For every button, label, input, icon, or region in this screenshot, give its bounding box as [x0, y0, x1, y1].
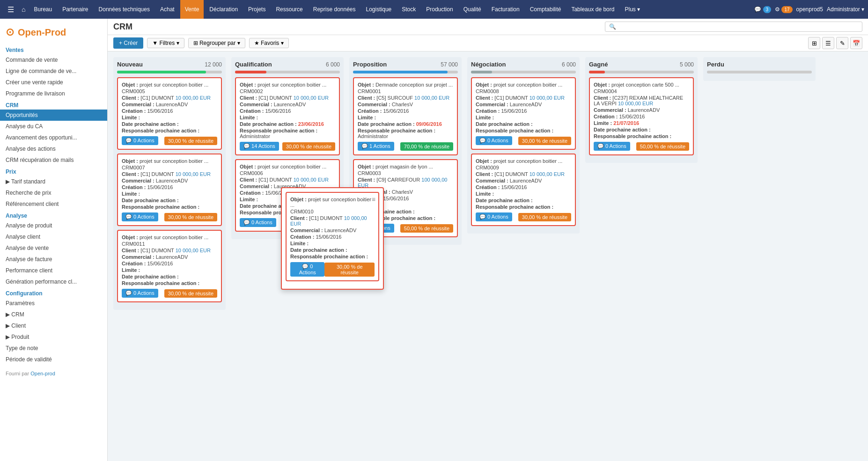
- progress-bar: [117, 71, 206, 73]
- sidebar-item-referencement-client[interactable]: Référencement client: [0, 198, 107, 210]
- create-button[interactable]: + Créer: [113, 37, 143, 49]
- nav-stock[interactable]: Stock: [397, 0, 420, 19]
- actions-button[interactable]: 💬 14 Actions: [240, 142, 279, 151]
- nav-donnees-techniques[interactable]: Données techniques: [94, 0, 154, 19]
- sidebar-item-analyse-produit[interactable]: Analyse de produit: [0, 220, 107, 231]
- actions-button[interactable]: 💬 0 Actions: [594, 142, 630, 151]
- card-field: Création : 15/06/2016: [476, 108, 571, 114]
- success-rate-button[interactable]: 30,00 % de réussite: [282, 142, 335, 151]
- actions-button[interactable]: 💬 0 Actions: [122, 136, 158, 145]
- nav-logistique[interactable]: Logistique: [361, 0, 397, 19]
- sidebar-item-opportunites[interactable]: Opportunités: [0, 110, 107, 121]
- list-view-button[interactable]: ☰: [822, 37, 834, 49]
- success-rate-button[interactable]: 30,00 % de réussite: [164, 213, 217, 221]
- nav-plus[interactable]: Plus ▾: [620, 0, 645, 19]
- group-by-button[interactable]: ⊞ Regrouper par ▾: [188, 38, 245, 48]
- nav-projets[interactable]: Projets: [243, 0, 270, 19]
- sidebar-item-config-produit[interactable]: ▶ Produit: [0, 331, 107, 343]
- nav-declaration[interactable]: Déclaration: [205, 0, 243, 19]
- nav-production[interactable]: Production: [421, 0, 457, 19]
- sidebar-item-tarif-standard[interactable]: ▶ Tarif standard: [0, 176, 107, 187]
- success-rate-button[interactable]: 30,00 % de réussite: [164, 137, 217, 145]
- settings-icon[interactable]: ⚙ 17: [775, 6, 792, 13]
- admin-label[interactable]: Administrator ▾: [827, 6, 864, 13]
- username-label[interactable]: openprod5: [796, 6, 823, 13]
- sidebar-item-avancement-opportuni[interactable]: Avancement des opportuni...: [0, 132, 107, 143]
- actions-button[interactable]: 💬 1 Actions: [358, 142, 394, 151]
- nav-ressource[interactable]: Ressource: [271, 0, 307, 19]
- nav-vente[interactable]: Vente: [180, 0, 204, 19]
- sidebar-item-analyse-client[interactable]: Analyse client: [0, 231, 107, 242]
- sidebar-item-config-client[interactable]: ▶ Client: [0, 320, 107, 331]
- kanban-card[interactable]: Objet : projet sur conception boitier ..…: [235, 77, 340, 155]
- kanban-column-negociation: Négociation6 000Objet : projet sur conce…: [467, 57, 580, 234]
- success-rate-button[interactable]: 30,00 % de réussite: [324, 263, 375, 277]
- kanban-card[interactable]: Objet : projet sur conception boitier ..…: [471, 77, 576, 150]
- message-icon[interactable]: 💬 3: [754, 6, 771, 13]
- filters-button[interactable]: ▼ Filtres ▾: [147, 38, 184, 48]
- sidebar-item-commande-vente[interactable]: Commande de vente: [0, 54, 107, 66]
- kanban-card[interactable]: Objet : projet conception carte 500 ...C…: [589, 77, 694, 155]
- sidebar-item-periode-validite[interactable]: Période de validité: [0, 354, 107, 365]
- search-input[interactable]: [616, 23, 858, 30]
- kanban-card[interactable]: Objet : Demnade conception sur projet ..…: [353, 77, 458, 155]
- kanban-card[interactable]: Objet : projet sur conception boitier ..…: [117, 154, 222, 226]
- home-icon[interactable]: ⌂: [19, 6, 28, 13]
- sidebar-section-ventes: Ventes: [0, 44, 107, 54]
- card-footer: 💬 14 Actions30,00 % de réussite: [240, 142, 335, 151]
- favorites-button[interactable]: ★ Favoris ▾: [249, 38, 289, 48]
- calendar-view-button[interactable]: 📅: [850, 37, 862, 49]
- actions-button[interactable]: 💬 0 Actions: [476, 136, 512, 145]
- sidebar-item-analyse-ca[interactable]: Analyse du CA: [0, 121, 107, 132]
- sidebar-item-analyse-facture[interactable]: Analyse de facture: [0, 254, 107, 265]
- nav-partenaire[interactable]: Partenaire: [58, 0, 93, 19]
- actions-button[interactable]: 💬 0 Actions: [240, 218, 276, 227]
- actions-button[interactable]: 💬 0 Actions: [122, 289, 158, 298]
- success-rate-button[interactable]: 30,00 % de réussite: [518, 213, 571, 221]
- sidebar-item-type-note[interactable]: Type de note: [0, 343, 107, 354]
- sidebar-item-crm-mails[interactable]: CRM récupération de mails: [0, 154, 107, 166]
- success-rate-button[interactable]: 30,00 % de réussite: [518, 137, 571, 145]
- actions-button[interactable]: 💬 0 Actions: [476, 212, 512, 221]
- card-field: Commercial : LaurenceADV: [122, 254, 217, 260]
- card-menu-icon[interactable]: ≡: [372, 196, 375, 203]
- kanban-card[interactable]: Objet : projet sur conception boitier ..…: [117, 77, 222, 150]
- sidebar-logo[interactable]: ⊙ Open-Prod: [0, 22, 107, 44]
- sidebar-item-analyse-actions[interactable]: Analyse des actions: [0, 143, 107, 154]
- card-field: CRM0004: [594, 88, 689, 94]
- card-field: Date prochaine action :: [594, 127, 689, 132]
- nav-tableaux-de-bord[interactable]: Tableaux de bord: [566, 0, 619, 19]
- sidebar-item-recherche-prix[interactable]: Recherche de prix: [0, 187, 107, 198]
- sidebar-item-parametres[interactable]: Paramètres: [0, 298, 107, 309]
- success-rate-button[interactable]: 70,00 % de réussite: [400, 142, 453, 151]
- edit-view-button[interactable]: ✎: [836, 37, 848, 49]
- success-rate-button[interactable]: 50,00 % de réussite: [400, 224, 453, 233]
- sidebar-item-performance-client[interactable]: Performance client: [0, 265, 107, 276]
- footer-link[interactable]: Open-prod: [30, 371, 55, 376]
- nav-reprise-donnees[interactable]: Reprise données: [309, 0, 360, 19]
- card-footer: 💬 0 Actions30,00 % de réussite: [122, 212, 217, 221]
- nav-bureau[interactable]: Bureau: [29, 0, 57, 19]
- sidebar-item-ligne-commande[interactable]: Ligne de commande de ve...: [0, 66, 107, 77]
- success-rate-button[interactable]: 50,00 % de réussite: [636, 142, 689, 151]
- sidebar-item-analyse-vente[interactable]: Analyse de vente: [0, 242, 107, 254]
- card-field: CRM0006: [240, 170, 335, 176]
- search-bar[interactable]: 🔍: [605, 22, 862, 32]
- sidebar-item-programme-livraison[interactable]: Programme de livraison: [0, 88, 107, 99]
- kanban-view-button[interactable]: ⊞: [808, 37, 820, 49]
- hamburger-icon[interactable]: ☰: [4, 5, 18, 14]
- card-field: Responsable prochaine action :: [476, 204, 571, 210]
- nav-facturation[interactable]: Facturation: [487, 0, 524, 19]
- actions-button[interactable]: 💬 0 Actions: [290, 262, 324, 277]
- nav-qualite[interactable]: Qualité: [459, 0, 486, 19]
- success-rate-button[interactable]: 30,00 % de réussite: [164, 289, 217, 298]
- kanban-card[interactable]: ≡Objet : projet sur conception boitier .…: [286, 192, 379, 281]
- nav-comptabilite[interactable]: Comptabilité: [525, 0, 566, 19]
- kanban-card[interactable]: Objet : projet sur conception boitier ..…: [117, 230, 222, 302]
- actions-button[interactable]: 💬 0 Actions: [122, 212, 158, 221]
- sidebar-item-generation-performance[interactable]: Génération performance cl...: [0, 276, 107, 287]
- sidebar-item-creer-vente[interactable]: Créer une vente rapide: [0, 77, 107, 88]
- nav-achat[interactable]: Achat: [155, 0, 179, 19]
- kanban-card[interactable]: Objet : projet sur conception boitier ..…: [471, 154, 576, 226]
- sidebar-item-config-crm[interactable]: ▶ CRM: [0, 309, 107, 320]
